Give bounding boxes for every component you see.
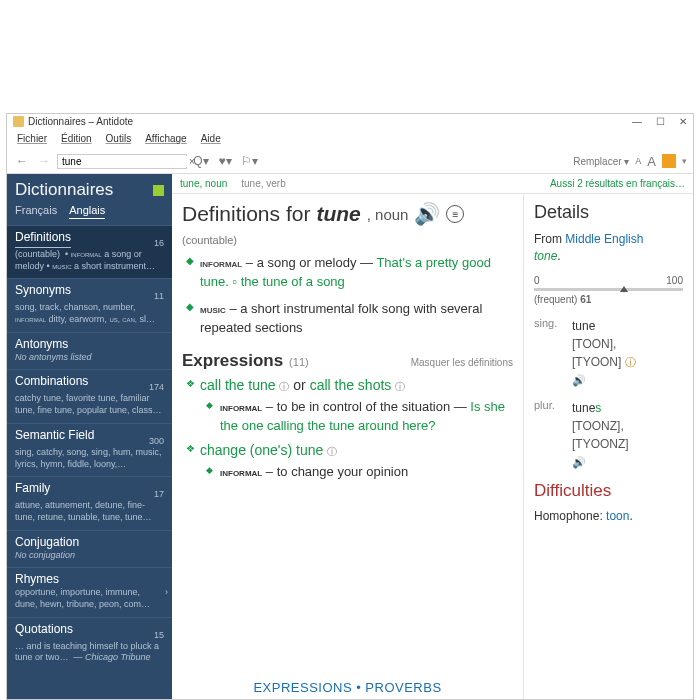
details-panel: Details From Middle English tone. 0100 (… xyxy=(523,194,693,699)
search-options-icon[interactable]: Q▾ xyxy=(191,152,211,170)
sidebar: Dictionnaires Français Anglais Definitio… xyxy=(7,174,172,699)
search-field[interactable] xyxy=(62,156,189,167)
frequency-marker-icon xyxy=(620,286,628,292)
speaker-icon[interactable]: 🔊 xyxy=(414,202,440,226)
frequency-label: (frequent) 61 xyxy=(534,294,683,305)
mask-definitions[interactable]: Masquer les définitions xyxy=(411,357,513,368)
minimize-button[interactable]: — xyxy=(632,116,642,127)
info-icon[interactable]: ⓘ xyxy=(279,381,289,392)
expressions-heading: Expressions (11) Masquer les définitions xyxy=(182,351,513,371)
difficulties-title: Difficulties xyxy=(534,481,683,501)
status-icon xyxy=(153,185,164,196)
sense-verb[interactable]: tune, verb xyxy=(241,178,285,189)
menu-affichage[interactable]: Affichage xyxy=(139,131,193,147)
favorite-icon[interactable]: ♥▾ xyxy=(215,152,235,170)
menu-outils[interactable]: Outils xyxy=(100,131,138,147)
color-swatch[interactable] xyxy=(662,154,676,168)
sidebar-rhymes[interactable]: › Rhymes opportune, importune, immune, d… xyxy=(7,567,172,616)
sidebar-synonyms[interactable]: Synonyms11 song, track, chanson, number,… xyxy=(7,278,172,331)
flag-icon[interactable]: ⚐▾ xyxy=(239,152,259,170)
menu-circle-icon[interactable]: ≡ xyxy=(446,205,464,223)
font-smaller-button[interactable]: A xyxy=(635,156,641,166)
close-button[interactable]: ✕ xyxy=(679,116,687,127)
sidebar-semantic-field[interactable]: Semantic Field300 sing, catchy, song, si… xyxy=(7,423,172,476)
sidebar-title: Dictionnaires xyxy=(15,180,113,200)
info-icon[interactable]: ⓘ xyxy=(327,446,337,457)
frequency-bar xyxy=(534,288,683,291)
expression-2: change (one's) tune ⓘ xyxy=(186,442,513,459)
also-results[interactable]: Aussi 2 résultats en français… xyxy=(550,178,685,189)
back-button[interactable]: ← xyxy=(13,152,31,170)
toolbar: ← → × Q▾ ♥▾ ⚐▾ Remplacer ▾ A A ▾ xyxy=(7,149,693,174)
sense-2: music – a short instrumental folk song w… xyxy=(186,300,513,338)
speaker-icon[interactable]: 🔊 xyxy=(572,374,586,386)
details-title: Details xyxy=(534,202,683,223)
sense-tabs: tune, noun tune, verb Aussi 2 résultats … xyxy=(172,174,693,194)
sidebar-family[interactable]: Family17 attune, attunement, detune, fin… xyxy=(7,476,172,529)
sidebar-quotations[interactable]: Quotations15 … and is teaching himself t… xyxy=(7,617,172,670)
speaker-icon[interactable]: 🔊 xyxy=(572,456,586,468)
titlebar: Dictionnaires – Antidote — ☐ ✕ xyxy=(7,114,693,129)
inflections: sing. tune [TOON], [TYOON] ⓘ 🔊 plur. xyxy=(534,317,683,471)
sense-noun[interactable]: tune, noun xyxy=(180,178,227,189)
info-icon[interactable]: ⓘ xyxy=(395,381,405,392)
sidebar-combinations[interactable]: Combinations174 catchy tune, favorite tu… xyxy=(7,369,172,422)
article: Definitions for tune, noun 🔊 ≡ (countabl… xyxy=(172,194,523,699)
replace-button[interactable]: Remplacer ▾ xyxy=(573,156,629,167)
font-larger-button[interactable]: A xyxy=(647,154,656,169)
expression-2-def: informal – to change your opinion xyxy=(206,463,513,482)
main-panel: tune, noun tune, verb Aussi 2 résultats … xyxy=(172,174,693,699)
bottom-nav[interactable]: EXPRESSIONS • PROVERBS xyxy=(172,680,523,695)
countable-label: (countable) xyxy=(182,234,513,246)
tab-francais[interactable]: Français xyxy=(15,204,57,219)
frequency-scale: 0100 xyxy=(534,275,683,286)
etymology: From Middle English tone. xyxy=(534,231,683,265)
sidebar-conjugation[interactable]: Conjugation No conjugation xyxy=(7,530,172,568)
language-tabs: Français Anglais xyxy=(7,204,172,225)
app-icon xyxy=(13,116,24,127)
difficulty-homophone: Homophone: toon. xyxy=(534,509,683,523)
menu-edition[interactable]: Édition xyxy=(55,131,98,147)
expression-1: call the tune ⓘ or call the shots ⓘ xyxy=(186,377,513,394)
menu-fichier[interactable]: Fichier xyxy=(11,131,53,147)
sidebar-antonyms[interactable]: Antonyms No antonyms listed xyxy=(7,332,172,370)
sense-1: informal – a song or melody — That's a p… xyxy=(186,254,513,292)
menubar: Fichier Édition Outils Affichage Aide xyxy=(7,129,693,149)
menu-aide[interactable]: Aide xyxy=(195,131,227,147)
window-title: Dictionnaires – Antidote xyxy=(28,116,133,127)
warning-icon[interactable]: ⓘ xyxy=(625,356,636,368)
expression-1-def: informal – to be in control of the situa… xyxy=(206,398,513,436)
forward-button[interactable]: → xyxy=(35,152,53,170)
sidebar-definitions[interactable]: Definitions16 (countable) • informal a s… xyxy=(7,225,172,278)
app-window: Dictionnaires – Antidote — ☐ ✕ Fichier É… xyxy=(6,113,694,700)
tab-anglais[interactable]: Anglais xyxy=(69,204,105,219)
article-heading: Definitions for tune, noun 🔊 ≡ xyxy=(182,202,513,226)
maximize-button[interactable]: ☐ xyxy=(656,116,665,127)
search-input[interactable]: × xyxy=(57,154,187,169)
chevron-right-icon: › xyxy=(165,587,168,597)
